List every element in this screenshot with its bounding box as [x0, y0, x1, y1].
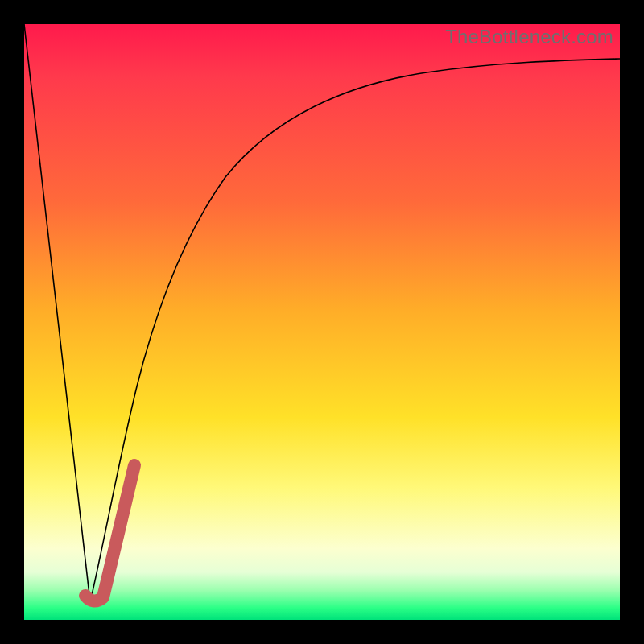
plot-area: TheBottleneck.com	[24, 24, 620, 620]
chart-frame: TheBottleneck.com	[0, 0, 644, 644]
highlight-segment	[85, 465, 134, 601]
curve-layer	[24, 24, 620, 620]
left-falling-line	[24, 24, 90, 602]
rising-saturating-curve	[90, 59, 620, 602]
